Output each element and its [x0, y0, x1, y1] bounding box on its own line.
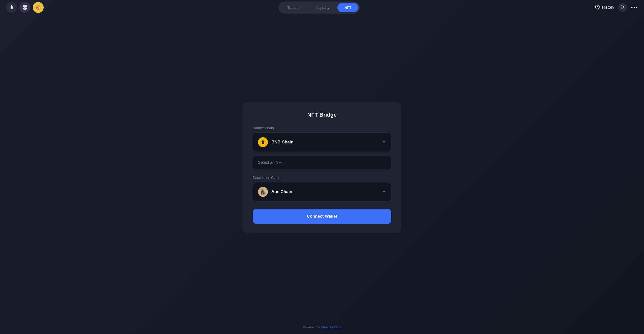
sun-icon — [620, 5, 625, 10]
select-nft-section: Select an NFT — [253, 155, 391, 170]
tab-nft[interactable]: NFT — [338, 3, 358, 12]
source-chain-chevron-icon — [382, 140, 386, 144]
chart-icon — [9, 4, 14, 11]
chart-button[interactable] — [6, 2, 17, 13]
source-chain-left: ⬡ BNB Chain — [258, 137, 294, 147]
card-title: NFT Bridge — [253, 112, 391, 118]
history-icon — [595, 4, 600, 10]
tab-transfer[interactable]: Transfer — [280, 3, 308, 12]
skull-icon: 💀 — [22, 4, 28, 10]
nft-bridge-card: NFT Bridge Source Chain — [242, 102, 402, 233]
destination-chain-name: Ape Chain — [272, 189, 292, 194]
source-chain-dropdown[interactable]: ⬡ BNB Chain — [253, 132, 391, 152]
footer: Powered by Celer Network — [0, 320, 644, 334]
destination-chain-chevron-icon — [382, 189, 386, 194]
destination-chain-label: Destination Chain — [253, 176, 391, 180]
svg-line-8 — [624, 8, 624, 8]
header: 💀 🐵 Transfer Liquidity NFT History — [0, 0, 644, 15]
svg-text:⬡: ⬡ — [262, 141, 264, 144]
destination-chain-left: 🦍 Ape Chain — [258, 187, 292, 197]
bnb-chain-icon: ⬡ — [258, 137, 268, 147]
header-right: History ••• — [595, 3, 638, 12]
footer-text: Powered by Celer Network — [303, 325, 341, 329]
tab-navigation: Transfer Liquidity NFT — [278, 2, 360, 14]
source-chain-section: Source Chain ⬡ — [253, 126, 391, 152]
ape-chain-icon: 🦍 — [258, 187, 268, 197]
history-label: History — [602, 5, 614, 10]
select-nft-chevron-icon — [382, 160, 386, 165]
svg-point-4 — [622, 6, 624, 8]
connect-wallet-button[interactable]: Connect Wallet — [253, 209, 391, 224]
source-chain-label: Source Chain — [253, 126, 391, 130]
skull-avatar-button[interactable]: 💀 — [19, 2, 30, 13]
main-content: NFT Bridge Source Chain — [0, 15, 644, 320]
more-options-button[interactable]: ••• — [631, 5, 638, 10]
svg-line-7 — [621, 6, 622, 6]
destination-chain-dropdown[interactable]: 🦍 Ape Chain — [253, 182, 391, 202]
history-button[interactable]: History — [595, 4, 614, 10]
select-nft-dropdown[interactable]: Select an NFT — [253, 155, 391, 170]
ape-avatar-button[interactable]: 🐵 — [33, 2, 44, 13]
more-icon: ••• — [631, 5, 638, 10]
svg-line-11 — [621, 8, 622, 8]
tab-liquidity[interactable]: Liquidity — [309, 3, 336, 12]
celer-network-link[interactable]: Celer Network — [321, 325, 341, 329]
select-nft-placeholder: Select an NFT — [258, 160, 283, 165]
svg-line-12 — [624, 6, 624, 6]
theme-toggle-button[interactable] — [618, 3, 627, 12]
destination-chain-section: Destination Chain 🦍 Ape Chain — [253, 176, 391, 202]
ape-head-icon: 🐵 — [35, 4, 42, 10]
header-left: 💀 🐵 — [6, 2, 44, 13]
source-chain-name: BNB Chain — [272, 140, 294, 145]
